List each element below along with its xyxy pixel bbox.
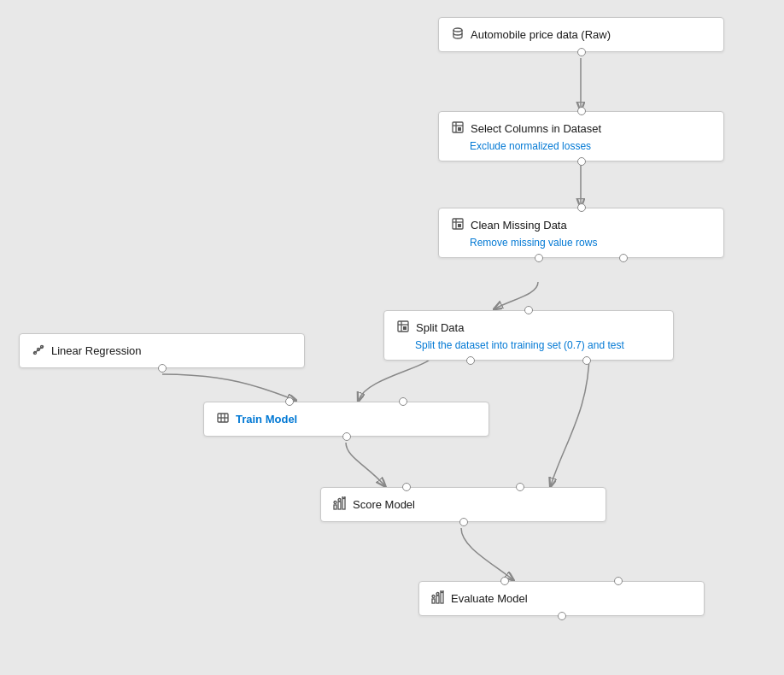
node-score-title: Score Model bbox=[353, 498, 415, 511]
conn-score-eval bbox=[461, 528, 512, 579]
port-automobile-out[interactable] bbox=[577, 48, 586, 56]
split-icon bbox=[396, 320, 410, 336]
svg-rect-23 bbox=[342, 498, 345, 509]
svg-point-0 bbox=[453, 28, 462, 32]
node-select-title: Select Columns in Dataset bbox=[471, 122, 601, 135]
node-evaluate-title: Evaluate Model bbox=[451, 592, 528, 605]
port-select-in[interactable] bbox=[577, 107, 586, 115]
port-eval-in-right[interactable] bbox=[614, 577, 623, 585]
port-score-in-right[interactable] bbox=[516, 483, 524, 491]
svg-point-30 bbox=[432, 596, 435, 598]
clean-icon bbox=[451, 217, 465, 233]
conn-train-score bbox=[346, 443, 384, 485]
node-split-title: Split Data bbox=[416, 321, 464, 334]
node-linear-regression[interactable]: Linear Regression bbox=[19, 333, 305, 368]
svg-line-16 bbox=[33, 346, 44, 354]
port-score-in-left[interactable] bbox=[402, 483, 411, 491]
svg-point-26 bbox=[342, 496, 345, 499]
pipeline-canvas: Automobile price data (Raw) Select Colum… bbox=[0, 0, 784, 675]
node-evaluate-model[interactable]: Evaluate Model bbox=[418, 581, 705, 616]
node-split-data[interactable]: Split Data Split the dataset into traini… bbox=[383, 310, 674, 361]
port-split-in[interactable] bbox=[524, 306, 533, 314]
score-icon bbox=[333, 496, 347, 513]
port-train-in-left[interactable] bbox=[285, 397, 294, 406]
port-score-out[interactable] bbox=[459, 518, 468, 526]
evaluate-icon bbox=[431, 590, 445, 607]
svg-rect-4 bbox=[458, 127, 461, 131]
port-split-out-right[interactable] bbox=[582, 356, 591, 365]
node-automobile[interactable]: Automobile price data (Raw) bbox=[438, 17, 724, 52]
train-icon bbox=[216, 411, 230, 427]
regression-icon bbox=[32, 343, 45, 359]
conn-clean-split bbox=[495, 282, 538, 308]
node-split-subtitle: Split the dataset into training set (0.7… bbox=[396, 339, 661, 351]
port-select-out[interactable] bbox=[577, 157, 586, 166]
select-icon bbox=[451, 120, 465, 137]
port-train-out[interactable] bbox=[342, 432, 351, 441]
svg-point-24 bbox=[334, 502, 336, 504]
node-clean-subtitle: Remove missing value rows bbox=[451, 237, 711, 249]
node-score-model[interactable]: Score Model bbox=[320, 487, 606, 522]
port-lr-out[interactable] bbox=[158, 364, 167, 373]
svg-rect-8 bbox=[458, 224, 461, 227]
node-lr-title: Linear Regression bbox=[51, 344, 142, 357]
svg-rect-28 bbox=[436, 596, 439, 603]
svg-rect-21 bbox=[334, 505, 336, 509]
conn-split-score bbox=[551, 352, 589, 485]
port-clean-out-left[interactable] bbox=[535, 254, 543, 262]
node-select-subtitle: Exclude normalized losses bbox=[451, 140, 711, 152]
svg-point-25 bbox=[338, 499, 341, 502]
port-eval-in-left[interactable] bbox=[500, 577, 509, 585]
port-train-in-right[interactable] bbox=[399, 397, 407, 406]
node-automobile-title: Automobile price data (Raw) bbox=[471, 28, 611, 41]
svg-rect-29 bbox=[441, 592, 443, 603]
port-eval-out[interactable] bbox=[558, 612, 566, 620]
conn-lr-train bbox=[162, 374, 295, 400]
node-train-model[interactable]: Train Model bbox=[203, 402, 489, 437]
svg-rect-22 bbox=[338, 502, 341, 509]
svg-point-31 bbox=[436, 593, 439, 596]
svg-rect-12 bbox=[403, 326, 407, 330]
port-clean-in[interactable] bbox=[577, 203, 586, 212]
svg-point-32 bbox=[441, 590, 443, 593]
port-split-out-left[interactable] bbox=[466, 356, 475, 365]
node-clean-title: Clean Missing Data bbox=[471, 219, 567, 232]
database-icon bbox=[451, 26, 465, 43]
node-select-columns[interactable]: Select Columns in Dataset Exclude normal… bbox=[438, 111, 724, 161]
node-clean-missing[interactable]: Clean Missing Data Remove missing value … bbox=[438, 208, 724, 258]
port-clean-out-right[interactable] bbox=[619, 254, 628, 262]
node-train-title: Train Model bbox=[236, 413, 297, 426]
svg-rect-27 bbox=[432, 599, 435, 603]
